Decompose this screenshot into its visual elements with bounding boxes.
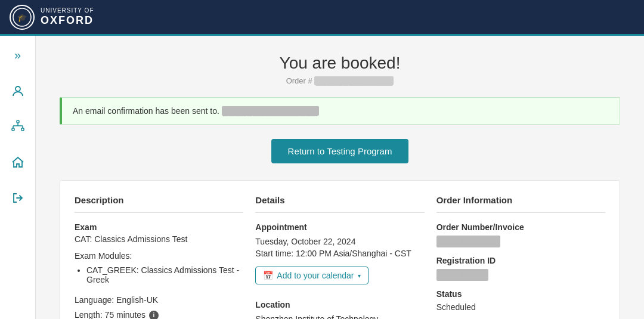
appointment-section: Appointment Tuesday, October 22, 2024 St… [255,222,424,295]
page-title: You are booked! [60,54,620,73]
header: 🎓 UNIVERSITY OF OXFORD [0,0,644,36]
registration-id-label: Registration ID [436,256,605,265]
return-button[interactable]: Return to Testing Program [271,139,409,163]
university-subtitle: UNIVERSITY OF [41,7,94,14]
exam-name: CAT: Classics Admissions Test [75,234,243,244]
details-header: Details [255,195,424,213]
confirmation-text: An email confirmation has been sent to. [73,106,219,116]
location-section: Location Shenzhen Institute of Technolog… [255,300,424,319]
description-header: Description [75,195,243,213]
network-icon[interactable] [8,117,27,136]
order-number-blurred: ██████████████ [314,76,394,85]
home-icon[interactable] [8,153,27,172]
appointment-date: Tuesday, October 22, 2024 [255,237,424,246]
order-info-header: Order Information [436,195,605,213]
length-label: Length: 75 minutes i [75,308,243,319]
order-number-invoice-label: Order Number/Invoice [436,222,605,232]
modules-label: Exam Modules: [75,251,243,261]
appointment-time: Start time: 12:00 PM Asia/Shanghai - CST [255,249,424,258]
svg-point-2 [16,86,20,91]
info-icon[interactable]: i [149,311,159,319]
expand-icon[interactable]: » [8,45,27,64]
details-card: Description Exam CAT: Classics Admission… [60,180,620,319]
appointment-label: Appointment [255,222,424,232]
title-section: You are booked! Order # ██████████████ [60,54,620,85]
location-label: Location [255,300,424,309]
order-section: Order Number/Invoice ██████████ Registra… [436,222,605,312]
description-section: Exam CAT: Classics Admissions Test Exam … [75,222,243,319]
user-icon[interactable] [8,81,27,100]
email-blurred: ████████████████ [222,106,319,116]
description-column: Description Exam CAT: Classics Admission… [75,195,243,319]
svg-text:🎓: 🎓 [17,13,27,23]
button-section: Return to Testing Program [60,139,620,163]
svg-rect-5 [21,128,24,131]
layout: » [0,36,644,319]
registration-id-value: ████████ [436,269,488,281]
logo-icon: 🎓 [10,5,35,30]
order-label: Order # [286,76,312,85]
calendar-button-label: Add to your calendar [277,271,354,280]
logo-area: 🎓 UNIVERSITY OF OXFORD [10,5,94,30]
chevron-down-icon: ▾ [358,272,361,279]
module-list: CAT_GREEK: Classics Admissions Test - Gr… [75,265,243,284]
calendar-button[interactable]: 📅 Add to your calendar ▾ [255,267,368,284]
language-label: Language: English-UK [75,293,243,308]
location-name: Shenzhen Institute of Technology [255,314,424,319]
list-item: CAT_GREEK: Classics Admissions Test - Gr… [86,265,243,284]
order-info-column: Order Information Order Number/Invoice █… [436,195,605,319]
svg-rect-3 [17,120,19,123]
exam-label: Exam [75,222,243,232]
signout-icon[interactable] [8,188,27,207]
logo-text: UNIVERSITY OF OXFORD [41,7,94,27]
order-number-value: ██████████ [436,236,500,247]
confirmation-banner: An email confirmation has been sent to. … [60,97,620,125]
details-column: Details Appointment Tuesday, October 22,… [255,195,424,319]
sidebar: » [0,36,36,319]
order-number-line: Order # ██████████████ [60,76,620,85]
details-grid: Description Exam CAT: Classics Admission… [75,195,605,319]
main-content: You are booked! Order # ██████████████ A… [36,36,644,319]
language-length: Language: English-UK Length: 75 minutes … [75,293,243,319]
status-value: Scheduled [436,302,605,312]
calendar-icon: 📅 [263,271,273,280]
oxford-title: OXFORD [41,14,94,27]
status-label: Status [436,289,605,299]
svg-rect-4 [12,128,14,131]
